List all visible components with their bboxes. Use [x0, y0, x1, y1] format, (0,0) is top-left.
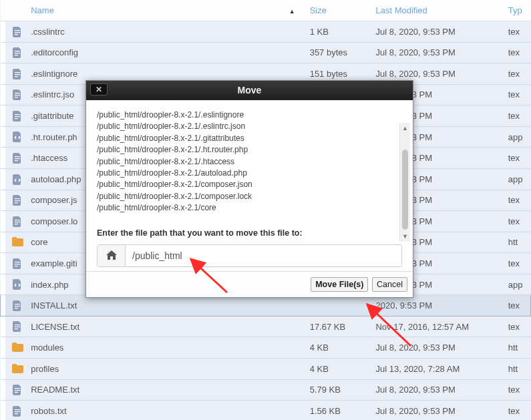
- svg-rect-14: [15, 118, 18, 119]
- svg-rect-10: [15, 95, 20, 95]
- close-button[interactable]: ✕: [90, 83, 108, 95]
- file-icon: [12, 27, 23, 37]
- cancel-button[interactable]: Cancel: [372, 277, 407, 292]
- file-type: tex: [504, 106, 531, 127]
- svg-rect-25: [15, 264, 20, 264]
- table-row[interactable]: README.txt5.79 KBJul 8, 2020, 9:53 PMtex: [1, 379, 531, 401]
- file-type: tex: [504, 253, 531, 274]
- file-name: robots.txt: [27, 401, 305, 420]
- svg-rect-1: [15, 32, 20, 33]
- file-modified: Jul 8, 2020, 9:53 PM: [371, 379, 504, 401]
- list-item: /public_html/droopler-8.x-2.1/composer.l…: [97, 191, 399, 202]
- file-name: .editorconfig: [27, 42, 305, 63]
- list-item: /public_html/droopler-8.x-2.1/autoload.p…: [97, 168, 399, 179]
- file-type: app: [504, 274, 531, 295]
- file-name: profiles: [27, 359, 305, 380]
- svg-rect-5: [15, 55, 18, 55]
- list-item: /public_html/droopler-8.x-2.1/example.gi…: [97, 214, 399, 216]
- file-type: htt: [504, 359, 531, 380]
- path-prompt-label: Enter the file path that you want to mov…: [97, 228, 402, 238]
- file-modified: Nov 17, 2016, 12:57 AM: [371, 316, 504, 337]
- col-type-header[interactable]: Typ: [504, 0, 531, 21]
- table-row[interactable]: robots.txt1.56 KBJul 8, 2020, 9:53 PMtex: [1, 401, 531, 420]
- svg-rect-15: [15, 156, 20, 157]
- svg-rect-32: [15, 329, 18, 329]
- file-size: 1.56 KB: [306, 401, 372, 420]
- destination-path-input[interactable]: [126, 245, 401, 266]
- file-icon: [12, 195, 23, 206]
- table-row[interactable]: profiles4 KBJul 13, 2020, 7:28 AMhtt: [1, 359, 531, 380]
- svg-rect-27: [15, 304, 20, 304]
- file-type: tex: [504, 379, 531, 401]
- file-type: htt: [504, 232, 531, 253]
- svg-rect-33: [15, 388, 20, 389]
- svg-rect-29: [15, 308, 18, 308]
- folder-icon: [12, 343, 23, 353]
- svg-rect-11: [15, 97, 18, 97]
- file-modified: Jul 8, 2020, 9:53 PM: [371, 42, 504, 63]
- path-input-group: [97, 244, 402, 267]
- file-type: tex: [504, 316, 531, 337]
- svg-rect-21: [15, 220, 20, 220]
- home-button[interactable]: [98, 245, 126, 266]
- file-size: 357 bytes: [306, 42, 372, 63]
- table-row[interactable]: .editorconfig357 bytesJul 8, 2020, 9:53 …: [1, 42, 531, 63]
- file-type: tex: [504, 21, 531, 43]
- table-row[interactable]: LICENSE.txt17.67 KBNov 17, 2016, 12:57 A…: [1, 316, 531, 337]
- file-icon: [12, 89, 23, 100]
- file-size: 4 KB: [306, 337, 372, 359]
- svg-rect-2: [15, 34, 18, 35]
- move-files-button[interactable]: Move File(s): [311, 277, 368, 292]
- file-name: INSTALL.txt: [27, 295, 305, 317]
- svg-rect-13: [15, 116, 20, 117]
- col-size-header[interactable]: Size: [306, 0, 372, 21]
- scroll-thumb[interactable]: [402, 150, 408, 230]
- dialog-scrollbar[interactable]: ▲ ▼: [399, 123, 410, 242]
- table-row[interactable]: INSTALL.txt2020, 9:53 PMtex: [1, 295, 531, 317]
- code-icon: [12, 174, 23, 185]
- dialog-title: Move: [238, 85, 262, 95]
- dialog-title-bar: ✕ Move: [86, 81, 413, 100]
- file-icon: [12, 258, 23, 269]
- table-row[interactable]: .csslintrc1 KBJul 8, 2020, 9:53 PMtex: [1, 21, 531, 43]
- svg-rect-6: [15, 72, 20, 73]
- file-modified: Jul 8, 2020, 9:53 PM: [371, 21, 504, 43]
- home-icon: [106, 250, 117, 262]
- svg-rect-37: [15, 411, 20, 412]
- col-modified-header[interactable]: Last Modified: [371, 0, 504, 21]
- file-name: LICENSE.txt: [27, 316, 305, 337]
- svg-rect-35: [15, 392, 18, 393]
- svg-rect-22: [15, 222, 20, 222]
- list-item: /public_html/droopler-8.x-2.1/.eslintrc.…: [97, 121, 399, 132]
- svg-rect-0: [15, 30, 20, 31]
- svg-rect-3: [15, 51, 20, 51]
- file-icon: [12, 47, 23, 58]
- svg-rect-28: [15, 306, 20, 306]
- scroll-down-icon: ▼: [400, 231, 410, 242]
- col-icon: [5, 0, 27, 21]
- svg-rect-8: [15, 76, 18, 77]
- move-dialog: ✕ Move /public_html/droopler-8.x-2.1/.es…: [85, 80, 413, 298]
- svg-rect-19: [15, 200, 20, 201]
- file-name: .csslintrc: [27, 21, 305, 43]
- svg-rect-12: [15, 114, 20, 115]
- file-modified: Jul 8, 2020, 9:53 PM: [371, 401, 504, 420]
- file-type: tex: [504, 148, 531, 169]
- file-type: app: [504, 126, 531, 148]
- file-size: 4 KB: [306, 359, 372, 380]
- table-row[interactable]: modules4 KBJul 8, 2020, 9:53 PMhtt: [1, 337, 531, 359]
- col-name-header[interactable]: Name: [27, 0, 305, 21]
- file-type: htt: [504, 337, 531, 359]
- file-size: 17.67 KB: [306, 316, 372, 337]
- dialog-footer: Move File(s) Cancel: [86, 271, 413, 297]
- svg-rect-24: [15, 262, 20, 262]
- list-item: /public_html/droopler-8.x-2.1/composer.j…: [97, 179, 399, 190]
- file-icon: [12, 111, 23, 122]
- file-type: tex: [504, 211, 531, 232]
- folder-icon: [12, 237, 23, 248]
- svg-rect-36: [15, 409, 20, 410]
- file-type: app: [504, 168, 531, 190]
- svg-rect-26: [15, 266, 18, 266]
- source-file-list[interactable]: /public_html/droopler-8.x-2.1/.eslintign…: [97, 110, 402, 216]
- svg-rect-9: [15, 93, 20, 93]
